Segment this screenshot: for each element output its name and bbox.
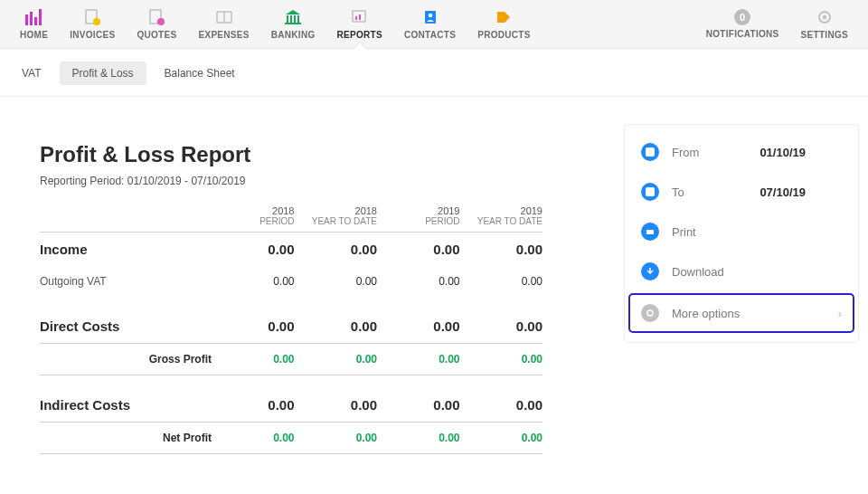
svg-rect-13 — [294, 15, 296, 23]
side-panel: From 01/10/19 To 07/10/19 Print Download — [624, 124, 859, 343]
subtab-vat[interactable]: VAT — [9, 62, 54, 85]
cell: 0.00 — [295, 318, 378, 334]
print-row[interactable]: Print — [625, 212, 858, 252]
nav-quotes[interactable]: QUOTES — [126, 0, 187, 48]
cell: 0.00 — [295, 242, 378, 257]
report-icon — [351, 8, 369, 26]
row-gross-profit: Gross Profit 0.00 0.00 0.00 0.00 — [40, 343, 542, 375]
cell: 0.00 — [212, 353, 295, 366]
report-card: Profit & Loss Report Reporting Period: 0… — [4, 124, 579, 472]
nav-expenses[interactable]: EXPENSES — [187, 0, 259, 48]
download-row[interactable]: Download — [625, 252, 858, 291]
svg-rect-0 — [25, 14, 28, 25]
bars-icon — [25, 8, 43, 26]
more-options-row[interactable]: More options › — [630, 295, 853, 331]
cell: 0.00 — [212, 432, 295, 444]
svg-rect-15 — [285, 23, 301, 24]
nav-home[interactable]: HOME — [9, 0, 59, 48]
label: Print — [672, 225, 696, 239]
date-value: 07/10/19 — [760, 185, 806, 199]
date-from-row[interactable]: From 01/10/19 — [625, 132, 858, 172]
invoice-icon — [83, 8, 101, 26]
page-title: Profit & Loss Report — [40, 142, 542, 167]
cell: 0.00 — [377, 275, 460, 288]
nav-label: PRODUCTS — [477, 30, 531, 40]
cell: 0.00 — [377, 318, 460, 334]
svg-rect-3 — [39, 9, 42, 25]
quote-icon — [147, 8, 165, 26]
svg-point-23 — [823, 15, 826, 19]
col-period: YEAR TO DATE — [295, 216, 378, 226]
cell: 0.00 — [377, 397, 460, 413]
tag-icon — [495, 8, 513, 26]
nav-reports[interactable]: REPORTS — [326, 0, 393, 48]
col-period: PERIOD — [212, 216, 295, 226]
nav-contacts[interactable]: CONTACTS — [393, 0, 467, 48]
section-heading: Income — [40, 242, 212, 257]
svg-rect-12 — [290, 15, 292, 23]
cell: 0.00 — [212, 242, 295, 257]
svg-point-5 — [93, 18, 100, 25]
svg-point-20 — [428, 14, 431, 17]
col-period: PERIOD — [377, 216, 460, 226]
svg-rect-18 — [359, 14, 361, 20]
summary-label: Net Profit — [40, 432, 212, 444]
col-year: 2018 — [295, 205, 378, 216]
svg-rect-17 — [355, 16, 357, 20]
table-row: Outgoing VAT 0.00 0.00 0.00 0.00 — [40, 266, 542, 297]
cell: 0.00 — [295, 432, 378, 444]
chevron-right-icon: › — [838, 307, 842, 320]
col-year: 2018 — [212, 205, 295, 216]
svg-rect-14 — [297, 15, 299, 23]
section-indirect-costs: Indirect Costs 0.00 0.00 0.00 0.00 — [40, 388, 542, 422]
nav-label: QUOTES — [137, 30, 176, 40]
svg-rect-26 — [646, 230, 654, 234]
col-year: 2019 — [377, 205, 460, 216]
subtab-profit-loss[interactable]: Profit & Loss — [60, 62, 146, 85]
table-header: 2018PERIOD 2018YEAR TO DATE 2019PERIOD 2… — [40, 205, 542, 233]
cell: 0.00 — [460, 318, 543, 334]
date-to-row[interactable]: To 07/10/19 — [625, 172, 858, 212]
nav-label: CONTACTS — [404, 30, 456, 40]
label: From — [672, 146, 699, 159]
svg-point-27 — [647, 310, 653, 316]
nav-left: HOME INVOICES QUOTES EXPENSES BANKING — [9, 0, 542, 48]
nav-banking[interactable]: BANKING — [260, 0, 326, 48]
subtabs: VAT Profit & Loss Balance Sheet — [0, 49, 868, 97]
nav-label: EXPENSES — [198, 30, 249, 40]
notification-badge: 0 — [734, 9, 750, 25]
nav-invoices[interactable]: INVOICES — [59, 0, 126, 48]
nav-label: INVOICES — [70, 30, 115, 40]
cell: 0.00 — [377, 242, 460, 257]
settings-button[interactable]: SETTINGS — [790, 0, 859, 48]
col-year: 2019 — [460, 205, 543, 216]
row-net-profit: Net Profit 0.00 0.00 0.00 0.00 — [40, 422, 542, 454]
cell: 0.00 — [295, 275, 378, 288]
nav-right: 0 NOTIFICATIONS SETTINGS — [695, 0, 859, 48]
cell: 0.00 — [295, 353, 378, 366]
cell: 0.00 — [460, 353, 543, 366]
nav-label: HOME — [20, 30, 48, 40]
cell: 0.00 — [377, 432, 460, 444]
download-icon — [641, 262, 659, 280]
contact-icon — [421, 8, 439, 26]
col-period: YEAR TO DATE — [460, 216, 543, 226]
nav-label: NOTIFICATIONS — [706, 29, 779, 39]
gear-icon — [641, 304, 659, 322]
cell: 0.00 — [377, 353, 460, 366]
label: Download — [672, 265, 724, 279]
nav-products[interactable]: PRODUCTS — [467, 0, 542, 48]
calendar-icon — [641, 143, 659, 161]
date-value: 01/10/19 — [760, 146, 806, 159]
nav-label: SETTINGS — [801, 30, 848, 40]
notifications-button[interactable]: 0 NOTIFICATIONS — [695, 0, 790, 48]
report-subtitle: Reporting Period: 01/10/2019 - 07/10/201… — [40, 175, 542, 187]
cell: 0.00 — [460, 275, 543, 288]
section-heading: Direct Costs — [40, 318, 212, 334]
cell: 0.00 — [460, 397, 543, 413]
cell: 0.00 — [212, 397, 295, 413]
subtab-balance-sheet[interactable]: Balance Sheet — [152, 62, 248, 85]
section-heading: Indirect Costs — [40, 397, 212, 413]
print-icon — [641, 223, 659, 241]
section-direct-costs: Direct Costs 0.00 0.00 0.00 0.00 — [40, 309, 542, 343]
